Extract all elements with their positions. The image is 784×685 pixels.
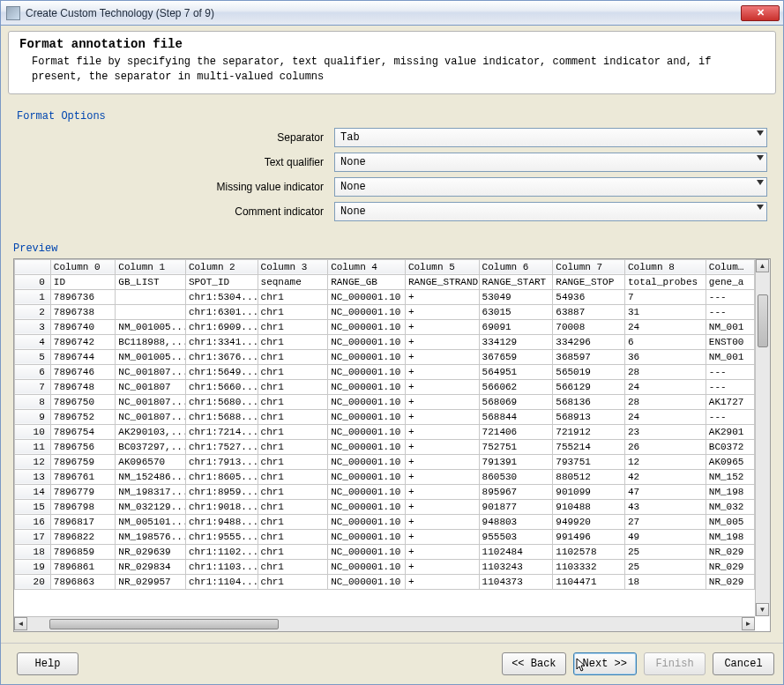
- table-cell[interactable]: 7896822: [50, 529, 115, 544]
- table-cell[interactable]: 566062: [479, 379, 553, 394]
- table-row[interactable]: 97896752NC_001807...chr1:5688...chr1NC_0…: [15, 409, 755, 424]
- next-button[interactable]: Next >>: [573, 652, 637, 675]
- column-header[interactable]: Column 3: [258, 259, 328, 274]
- table-cell[interactable]: [116, 304, 186, 319]
- table-row[interactable]: 37896740NM_001005...chr1:6909...chr1NC_0…: [15, 319, 755, 334]
- table-cell[interactable]: RANGE_GB: [328, 274, 406, 289]
- table-cell[interactable]: NM_001: [706, 319, 754, 334]
- table-cell[interactable]: NC_000001.10: [328, 454, 406, 469]
- table-cell[interactable]: 43: [624, 499, 706, 514]
- table-cell[interactable]: chr1:9555...: [185, 529, 258, 544]
- table-cell[interactable]: 7896861: [50, 559, 115, 574]
- table-cell[interactable]: SPOT_ID: [185, 274, 258, 289]
- table-cell[interactable]: 568913: [553, 409, 625, 424]
- table-cell[interactable]: 7896859: [50, 544, 115, 559]
- table-cell[interactable]: 7896752: [50, 409, 115, 424]
- column-header[interactable]: Column 6: [479, 259, 553, 274]
- table-cell[interactable]: 7896738: [50, 304, 115, 319]
- table-cell[interactable]: 53049: [479, 289, 553, 304]
- table-cell[interactable]: 755214: [553, 439, 625, 454]
- table-cell[interactable]: NM_032: [706, 499, 754, 514]
- table-cell[interactable]: ---: [706, 289, 754, 304]
- table-cell[interactable]: 7896779: [50, 484, 115, 499]
- table-cell[interactable]: 7896863: [50, 574, 115, 589]
- table-cell[interactable]: NM_005: [706, 514, 754, 529]
- table-cell[interactable]: 334129: [479, 334, 553, 349]
- table-cell[interactable]: chr1: [258, 304, 328, 319]
- table-cell[interactable]: 18: [624, 574, 706, 589]
- table-cell[interactable]: +: [405, 484, 479, 499]
- table-cell[interactable]: 1102578: [553, 544, 625, 559]
- table-cell[interactable]: 31: [624, 304, 706, 319]
- table-cell[interactable]: 910488: [553, 499, 625, 514]
- table-cell[interactable]: [116, 289, 186, 304]
- table-cell[interactable]: 7896748: [50, 379, 115, 394]
- table-cell[interactable]: NR_029834: [116, 559, 186, 574]
- table-cell[interactable]: gene_a: [706, 274, 754, 289]
- table-cell[interactable]: 7896742: [50, 334, 115, 349]
- table-cell[interactable]: 752751: [479, 439, 553, 454]
- table-cell[interactable]: AK096570: [116, 454, 186, 469]
- table-cell[interactable]: 7896750: [50, 394, 115, 409]
- table-cell[interactable]: 24: [624, 319, 706, 334]
- titlebar[interactable]: Create Custom Technology (Step 7 of 9) ✕: [1, 1, 783, 26]
- close-button[interactable]: ✕: [741, 5, 780, 21]
- table-cell[interactable]: chr1:8605...: [185, 469, 258, 484]
- table-cell[interactable]: chr1:9018...: [185, 499, 258, 514]
- table-cell[interactable]: 568844: [479, 409, 553, 424]
- table-cell[interactable]: 12: [624, 454, 706, 469]
- table-cell[interactable]: NR_029957: [116, 574, 186, 589]
- table-cell[interactable]: NM_001005...: [116, 349, 186, 364]
- table-row[interactable]: 77896748NC_001807chr1:5660...chr1NC_0000…: [15, 379, 755, 394]
- table-cell[interactable]: chr1: [258, 379, 328, 394]
- comment-indicator-select[interactable]: None: [334, 202, 767, 221]
- table-cell[interactable]: 7896740: [50, 319, 115, 334]
- table-cell[interactable]: NC_000001.10: [328, 319, 406, 334]
- table-cell[interactable]: +: [405, 424, 479, 439]
- table-cell[interactable]: total_probes: [624, 274, 706, 289]
- table-cell[interactable]: chr1: [258, 499, 328, 514]
- table-cell[interactable]: NM_198: [706, 484, 754, 499]
- table-cell[interactable]: chr1: [258, 409, 328, 424]
- table-cell[interactable]: NC_000001.10: [328, 469, 406, 484]
- table-cell[interactable]: 367659: [479, 349, 553, 364]
- table-cell[interactable]: NC_000001.10: [328, 394, 406, 409]
- table-cell[interactable]: NC_000001.10: [328, 529, 406, 544]
- table-cell[interactable]: chr1:3676...: [185, 349, 258, 364]
- table-cell[interactable]: +: [405, 574, 479, 589]
- table-cell[interactable]: 860530: [479, 469, 553, 484]
- table-cell[interactable]: chr1:5660...: [185, 379, 258, 394]
- table-cell[interactable]: NC_001807...: [116, 364, 186, 379]
- table-cell[interactable]: 28: [624, 394, 706, 409]
- table-cell[interactable]: +: [405, 364, 479, 379]
- table-cell[interactable]: 564951: [479, 364, 553, 379]
- table-cell[interactable]: NM_198317...: [116, 484, 186, 499]
- table-cell[interactable]: NM_198: [706, 529, 754, 544]
- table-cell[interactable]: NC_000001.10: [328, 484, 406, 499]
- table-cell[interactable]: AK290103,...: [116, 424, 186, 439]
- table-cell[interactable]: chr1:5304...: [185, 289, 258, 304]
- table-cell[interactable]: 955503: [479, 529, 553, 544]
- table-cell[interactable]: chr1: [258, 319, 328, 334]
- table-cell[interactable]: 721406: [479, 424, 553, 439]
- horizontal-scrollbar[interactable]: ◄ ►: [14, 616, 755, 631]
- table-cell[interactable]: 1104373: [479, 574, 553, 589]
- table-cell[interactable]: NC_000001.10: [328, 574, 406, 589]
- table-cell[interactable]: chr1: [258, 559, 328, 574]
- table-cell[interactable]: BC037297,...: [116, 439, 186, 454]
- table-cell[interactable]: NC_000001.10: [328, 334, 406, 349]
- table-cell[interactable]: 7896746: [50, 364, 115, 379]
- table-cell[interactable]: AK1727: [706, 394, 754, 409]
- column-header[interactable]: Column 8: [624, 259, 706, 274]
- table-cell[interactable]: 948803: [479, 514, 553, 529]
- table-cell[interactable]: AK2901: [706, 424, 754, 439]
- table-cell[interactable]: NC_000001.10: [328, 499, 406, 514]
- table-cell[interactable]: 23: [624, 424, 706, 439]
- table-cell[interactable]: NC_000001.10: [328, 364, 406, 379]
- table-cell[interactable]: 63015: [479, 304, 553, 319]
- scroll-up-arrow-icon[interactable]: ▲: [756, 259, 769, 272]
- table-cell[interactable]: 42: [624, 469, 706, 484]
- table-cell[interactable]: 1102484: [479, 544, 553, 559]
- table-cell[interactable]: +: [405, 454, 479, 469]
- table-cell[interactable]: NC_001807...: [116, 409, 186, 424]
